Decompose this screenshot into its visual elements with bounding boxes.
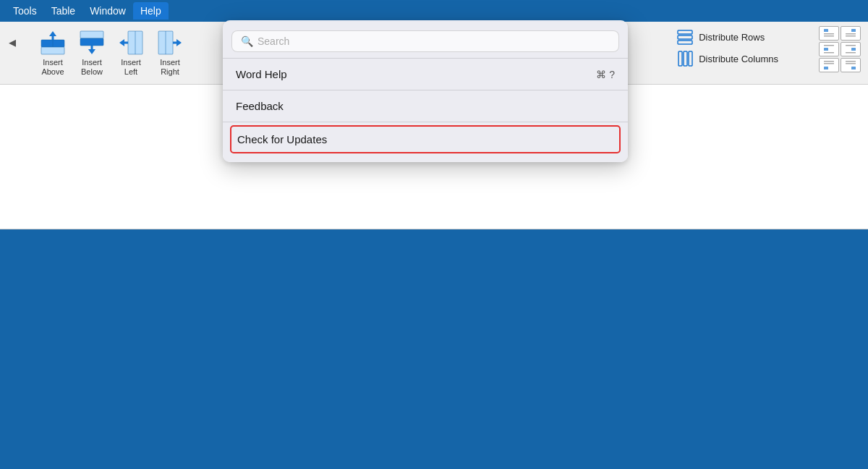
svg-rect-25 [824,35,834,37]
menu-tools[interactable]: Tools [6,2,44,20]
distribute-rows-label: Distribute Rows [699,32,765,43]
insert-below-button[interactable]: InsertBelow [74,26,110,80]
svg-rect-29 [824,48,828,51]
search-icon: 🔍 [241,35,253,47]
insert-below-icon [78,29,106,56]
align-mid-right-icon[interactable] [841,42,861,56]
svg-marker-11 [119,39,124,46]
svg-rect-32 [851,48,856,51]
insert-left-icon [117,29,145,56]
svg-rect-26 [851,29,856,32]
insert-right-label: InsertRight [160,58,180,77]
insert-above-button[interactable]: InsertAbove [35,26,71,80]
svg-rect-30 [824,45,834,46]
align-mid-left-icon[interactable] [819,42,839,56]
svg-rect-27 [846,33,856,35]
insert-below-label: InsertBelow [81,58,103,77]
insert-above-label: InsertAbove [41,58,64,77]
help-dropdown-menu: 🔍 Search Word Help ⌘ ? Feedback Check fo… [223,20,628,162]
alignment-row-3 [819,58,861,72]
menu-window[interactable]: Window [82,2,133,20]
feedback-item[interactable]: Feedback [223,93,628,119]
search-placeholder: Search [258,35,289,47]
svg-rect-16 [173,42,176,44]
separator-2 [223,90,628,90]
svg-rect-23 [824,29,828,32]
feedback-label: Feedback [236,100,284,112]
alignment-row-1 [819,26,861,41]
svg-rect-37 [824,63,834,64]
svg-rect-18 [678,35,692,39]
word-help-shortcut: ⌘ ? [596,69,615,80]
check-for-updates-label: Check for Updates [237,133,327,145]
align-bot-right-icon[interactable] [841,58,861,72]
word-help-item[interactable]: Word Help ⌘ ? [223,62,628,87]
svg-rect-21 [684,51,687,66]
distribute-columns-label: Distribute Columns [699,54,778,64]
svg-rect-28 [846,35,856,37]
svg-rect-35 [824,67,828,69]
svg-rect-8 [91,46,93,49]
svg-rect-24 [824,33,834,35]
insert-above-icon [39,29,67,56]
svg-marker-15 [176,39,182,46]
menu-help[interactable]: Help [133,2,169,20]
align-bot-left-icon[interactable] [819,58,839,72]
check-for-updates-item[interactable]: Check for Updates [230,125,621,153]
svg-rect-1 [41,47,64,54]
align-top-left-icon[interactable] [819,26,839,41]
svg-rect-4 [52,36,54,40]
svg-marker-3 [49,31,56,36]
back-arrow-icon[interactable]: ◂ [9,33,16,51]
word-help-label: Word Help [236,68,287,80]
menu-bar: Tools Table Window Help [0,0,868,22]
svg-rect-33 [846,45,856,46]
distribute-columns-button[interactable]: Distribute Columns [674,49,781,68]
svg-rect-19 [678,41,692,44]
alignment-row-2 [819,42,861,56]
distribute-group: Distribute Rows Distribute Columns [674,28,781,68]
svg-rect-22 [689,51,692,66]
svg-rect-34 [846,52,856,54]
insert-right-icon [156,29,184,56]
alignment-icons-group [819,26,861,72]
align-top-right-icon[interactable] [841,26,861,41]
svg-rect-20 [678,51,682,66]
insert-group: InsertAbove InsertBelow [35,26,188,80]
insert-right-button[interactable]: InsertRight [152,26,188,80]
svg-rect-5 [80,31,103,38]
menu-table[interactable]: Table [44,2,82,20]
bottom-area [0,229,868,468]
separator-3 [223,122,628,122]
svg-rect-6 [80,38,103,46]
insert-left-label: InsertLeft [121,58,141,77]
svg-rect-36 [824,61,834,62]
insert-left-button[interactable]: InsertLeft [113,26,149,80]
svg-rect-12 [124,42,128,44]
svg-rect-17 [678,30,692,34]
separator-1 [223,58,628,59]
svg-rect-40 [846,63,856,64]
svg-rect-31 [824,52,834,54]
svg-rect-38 [851,67,856,69]
svg-rect-39 [846,61,856,62]
distribute-rows-button[interactable]: Distribute Rows [674,28,781,46]
svg-marker-7 [88,49,95,54]
search-box[interactable]: 🔍 Search [231,30,619,52]
